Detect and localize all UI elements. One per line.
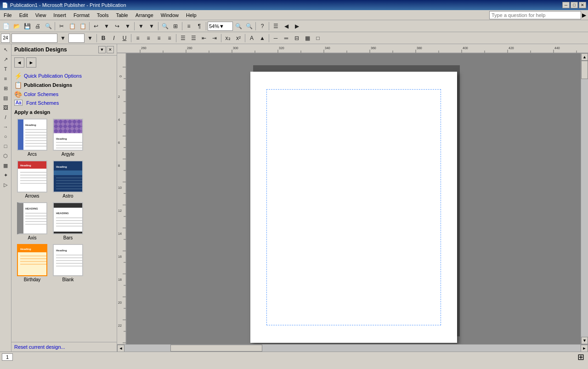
- menu-view[interactable]: View: [32, 10, 50, 20]
- open-button[interactable]: 📂: [11, 21, 22, 31]
- design-bars[interactable]: HEADING Bars: [51, 201, 85, 241]
- fill-color[interactable]: ▲: [257, 33, 267, 43]
- tool-wizard[interactable]: ✦: [1, 170, 10, 180]
- increase-indent[interactable]: ⇥: [209, 33, 220, 43]
- menu-edit[interactable]: Edit: [16, 10, 32, 20]
- tool-line[interactable]: /: [1, 113, 10, 122]
- list-bullet[interactable]: ☰: [178, 33, 188, 43]
- zoom-out[interactable]: 🔍: [244, 21, 254, 31]
- design-arcs[interactable]: Heading Arcs: [15, 118, 49, 158]
- menu-arrange[interactable]: Arrange: [132, 10, 157, 20]
- line-btn3[interactable]: ⊟: [292, 33, 302, 43]
- save-button[interactable]: 💾: [22, 21, 32, 31]
- design-arrows[interactable]: Heading Arrows: [15, 159, 49, 199]
- print-preview-button[interactable]: 🔍: [43, 21, 53, 31]
- sidebar-forward[interactable]: ►: [26, 57, 36, 68]
- italic-button[interactable]: I: [109, 33, 119, 43]
- scroll-left[interactable]: ◄: [117, 345, 124, 352]
- tool-text[interactable]: T: [1, 64, 10, 74]
- nav-btn[interactable]: ◀: [281, 21, 291, 31]
- copy-button[interactable]: 📋: [67, 21, 77, 31]
- align-justify[interactable]: ≡: [164, 33, 175, 43]
- font-color[interactable]: A: [247, 33, 257, 43]
- undo-button[interactable]: ↩: [91, 21, 101, 31]
- search-button[interactable]: 🔍: [160, 21, 170, 31]
- canvas-area[interactable]: [126, 53, 581, 344]
- tool-autoshape[interactable]: ⬡: [1, 151, 10, 160]
- line-btn4[interactable]: ▦: [302, 33, 312, 43]
- align-left[interactable]: ≡: [133, 33, 143, 43]
- vertical-scrollbar[interactable]: ▲ ▼: [581, 53, 588, 344]
- scroll-up[interactable]: ▲: [581, 53, 588, 61]
- menu-insert[interactable]: Insert: [50, 10, 70, 20]
- bold-button[interactable]: B: [98, 33, 108, 43]
- line-btn2[interactable]: ═: [281, 33, 291, 43]
- task-btn[interactable]: ☰: [271, 21, 281, 31]
- subscript[interactable]: x₂: [223, 33, 233, 43]
- font-name-arrow[interactable]: ▼: [58, 33, 68, 43]
- new-button[interactable]: 📄: [1, 21, 11, 31]
- print-button[interactable]: 🖨: [33, 21, 43, 31]
- design-blank[interactable]: Heading Blank: [51, 243, 85, 283]
- sidebar-collapse[interactable]: ▼: [98, 46, 106, 53]
- design-birthday[interactable]: Heading Birthday: [15, 243, 49, 283]
- drop-arrow2[interactable]: ▼: [147, 21, 157, 31]
- close-button[interactable]: ✕: [579, 2, 586, 8]
- design-argyle[interactable]: Heading Argyle: [51, 118, 85, 158]
- menu-format[interactable]: Format: [70, 10, 93, 20]
- scroll-track-v[interactable]: [581, 61, 588, 337]
- restore-button[interactable]: □: [571, 2, 578, 8]
- tool-rect[interactable]: □: [1, 142, 10, 151]
- tool-art[interactable]: 🖼: [1, 103, 10, 112]
- font-name-box[interactable]: [11, 34, 57, 43]
- line-btn5[interactable]: □: [313, 33, 323, 43]
- scroll-thumb-v[interactable]: [581, 61, 588, 79]
- design-axis[interactable]: HEADING Axis: [15, 201, 49, 241]
- help-input[interactable]: [489, 11, 581, 19]
- help-arrow[interactable]: ▶: [582, 12, 586, 18]
- tool-insert[interactable]: ⊞: [1, 84, 10, 93]
- design-astro[interactable]: Heading Astro: [51, 159, 85, 199]
- decrease-indent[interactable]: ⇤: [199, 33, 209, 43]
- para-button[interactable]: ¶: [194, 21, 204, 31]
- sidebar-link-quick-pub[interactable]: ⚡ Quick Publication Options: [14, 71, 114, 80]
- scroll-thumb-h[interactable]: [170, 345, 262, 352]
- line-btn[interactable]: ─: [271, 33, 281, 43]
- font-size-arrow[interactable]: ▼: [85, 33, 95, 43]
- align-center[interactable]: ≡: [143, 33, 153, 43]
- nav-btn2[interactable]: ▶: [292, 21, 302, 31]
- sidebar-link-pub-designs[interactable]: 📋 Publication Designs: [14, 80, 114, 90]
- underline-button[interactable]: U: [119, 33, 130, 43]
- help-btn[interactable]: ?: [257, 21, 267, 31]
- menu-table[interactable]: Table: [112, 10, 131, 20]
- tool-arrow[interactable]: →: [1, 122, 10, 131]
- sidebar-link-font-schemes[interactable]: Aa Font Schemes: [14, 99, 114, 107]
- tool-expand[interactable]: ▷: [1, 180, 10, 189]
- menu-file[interactable]: File: [0, 10, 16, 20]
- scroll-down[interactable]: ▼: [581, 337, 588, 344]
- zoom-box[interactable]: 54% ▼: [208, 22, 233, 31]
- tool-connect[interactable]: ≡: [1, 74, 10, 83]
- paste-button[interactable]: 📋: [78, 21, 88, 31]
- superscript[interactable]: x²: [233, 33, 243, 43]
- col-button[interactable]: ≡: [184, 21, 194, 31]
- reset-design-link[interactable]: Reset current design...: [14, 344, 65, 350]
- cut-button[interactable]: ✂: [57, 21, 67, 31]
- drop-arrow[interactable]: ▼: [136, 21, 146, 31]
- zoom-in[interactable]: 🔍: [233, 21, 243, 31]
- list-number[interactable]: ☰: [188, 33, 198, 43]
- zoom-dropdown[interactable]: ▼: [219, 23, 224, 29]
- font-size-box[interactable]: [68, 34, 85, 43]
- zoom-fit[interactable]: ⊞: [170, 21, 181, 31]
- sidebar-link-color-schemes[interactable]: 🎨 Color Schemes: [14, 90, 114, 99]
- tool-oval[interactable]: ○: [1, 132, 10, 141]
- undo-arrow[interactable]: ▼: [102, 21, 112, 31]
- menu-tools[interactable]: Tools: [93, 10, 113, 20]
- tool-table[interactable]: ▦: [1, 161, 10, 170]
- tool-calendar[interactable]: ▤: [1, 93, 10, 102]
- redo-button[interactable]: ↪: [112, 21, 122, 31]
- scroll-track-h[interactable]: [124, 345, 581, 352]
- tool-select[interactable]: ↖: [1, 45, 10, 54]
- tool-pointer[interactable]: ↗: [1, 55, 10, 64]
- sidebar-back[interactable]: ◄: [14, 57, 24, 68]
